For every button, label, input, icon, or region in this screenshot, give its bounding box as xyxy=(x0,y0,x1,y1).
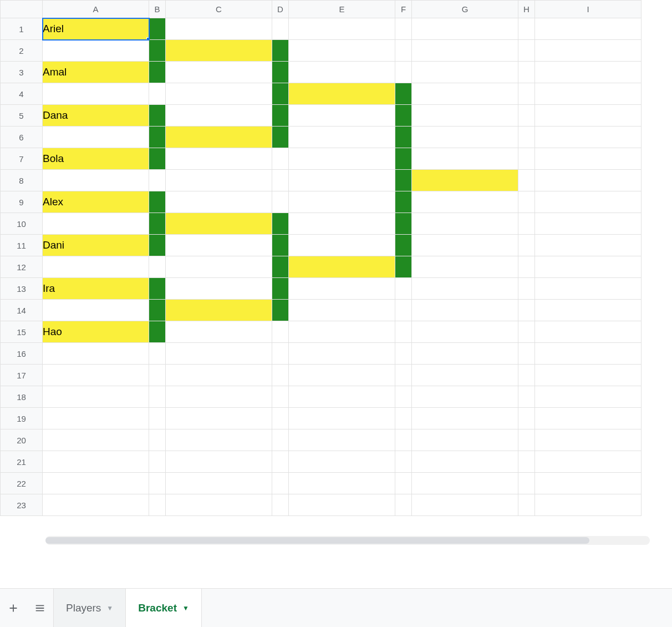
cell-C4[interactable] xyxy=(166,83,272,105)
cell-D13[interactable] xyxy=(272,278,289,300)
cell-E17[interactable] xyxy=(289,365,395,386)
cell-C11[interactable] xyxy=(166,235,272,256)
cell-H21[interactable] xyxy=(518,451,535,473)
cell-D10[interactable] xyxy=(272,213,289,235)
cell-I14[interactable] xyxy=(535,300,642,321)
cell-C2[interactable] xyxy=(166,40,272,62)
cell-C7[interactable] xyxy=(166,148,272,170)
cell-I3[interactable] xyxy=(535,62,642,83)
cell-E16[interactable] xyxy=(289,343,395,365)
row-header-9[interactable]: 9 xyxy=(1,191,43,213)
cell-A23[interactable] xyxy=(43,494,149,516)
cell-G2[interactable] xyxy=(412,40,518,62)
cell-B9[interactable] xyxy=(149,191,166,213)
cell-D9[interactable] xyxy=(272,191,289,213)
cell-B2[interactable] xyxy=(149,40,166,62)
cell-B16[interactable] xyxy=(149,343,166,365)
cell-D4[interactable] xyxy=(272,83,289,105)
cell-A21[interactable] xyxy=(43,451,149,473)
column-header-A[interactable]: A xyxy=(43,1,149,18)
cell-H11[interactable] xyxy=(518,235,535,256)
cell-E19[interactable] xyxy=(289,408,395,429)
row-header-12[interactable]: 12 xyxy=(1,256,43,278)
cell-H16[interactable] xyxy=(518,343,535,365)
cell-C8[interactable] xyxy=(166,170,272,191)
cell-A9[interactable]: Alex xyxy=(43,191,149,213)
cell-G9[interactable] xyxy=(412,191,518,213)
cell-A14[interactable] xyxy=(43,300,149,321)
cell-G23[interactable] xyxy=(412,494,518,516)
cell-F19[interactable] xyxy=(395,408,412,429)
row-header-3[interactable]: 3 xyxy=(1,62,43,83)
cell-F21[interactable] xyxy=(395,451,412,473)
cell-A15[interactable]: Hao xyxy=(43,321,149,343)
cell-H22[interactable] xyxy=(518,473,535,494)
cell-F2[interactable] xyxy=(395,40,412,62)
cell-C18[interactable] xyxy=(166,386,272,408)
cell-E12[interactable] xyxy=(289,256,395,278)
row-header-2[interactable]: 2 xyxy=(1,40,43,62)
cell-I11[interactable] xyxy=(535,235,642,256)
row-header-4[interactable]: 4 xyxy=(1,83,43,105)
cell-E20[interactable] xyxy=(289,429,395,451)
cell-C14[interactable] xyxy=(166,300,272,321)
cell-H12[interactable] xyxy=(518,256,535,278)
cell-E10[interactable] xyxy=(289,213,395,235)
cell-D19[interactable] xyxy=(272,408,289,429)
cell-H7[interactable] xyxy=(518,148,535,170)
cell-B17[interactable] xyxy=(149,365,166,386)
row-header-22[interactable]: 22 xyxy=(1,473,43,494)
cell-A12[interactable] xyxy=(43,256,149,278)
cell-E18[interactable] xyxy=(289,386,395,408)
cell-H14[interactable] xyxy=(518,300,535,321)
cell-I12[interactable] xyxy=(535,256,642,278)
cell-E3[interactable] xyxy=(289,62,395,83)
cell-G16[interactable] xyxy=(412,343,518,365)
cell-C21[interactable] xyxy=(166,451,272,473)
cell-H15[interactable] xyxy=(518,321,535,343)
cell-F1[interactable] xyxy=(395,18,412,40)
cell-C17[interactable] xyxy=(166,365,272,386)
spreadsheet-grid[interactable]: ABCDEFGHI 1Ariel23Amal45Dana67Bola89Alex… xyxy=(0,0,642,516)
cell-B6[interactable] xyxy=(149,127,166,148)
cell-E14[interactable] xyxy=(289,300,395,321)
cell-H10[interactable] xyxy=(518,213,535,235)
cell-G3[interactable] xyxy=(412,62,518,83)
cell-G12[interactable] xyxy=(412,256,518,278)
cell-A8[interactable] xyxy=(43,170,149,191)
cell-A13[interactable]: Ira xyxy=(43,278,149,300)
cell-B12[interactable] xyxy=(149,256,166,278)
cell-C3[interactable] xyxy=(166,62,272,83)
cell-B7[interactable] xyxy=(149,148,166,170)
cell-G18[interactable] xyxy=(412,386,518,408)
row-header-13[interactable]: 13 xyxy=(1,278,43,300)
cell-I10[interactable] xyxy=(535,213,642,235)
cell-F22[interactable] xyxy=(395,473,412,494)
cell-G13[interactable] xyxy=(412,278,518,300)
cell-G1[interactable] xyxy=(412,18,518,40)
cell-A18[interactable] xyxy=(43,386,149,408)
cell-I23[interactable] xyxy=(535,494,642,516)
cell-C10[interactable] xyxy=(166,213,272,235)
cell-B22[interactable] xyxy=(149,473,166,494)
cell-I13[interactable] xyxy=(535,278,642,300)
cell-F13[interactable] xyxy=(395,278,412,300)
column-header-E[interactable]: E xyxy=(289,1,395,18)
column-header-B[interactable]: B xyxy=(149,1,166,18)
cell-F5[interactable] xyxy=(395,105,412,127)
cell-B10[interactable] xyxy=(149,213,166,235)
cell-C23[interactable] xyxy=(166,494,272,516)
cell-A19[interactable] xyxy=(43,408,149,429)
row-header-6[interactable]: 6 xyxy=(1,127,43,148)
cell-E11[interactable] xyxy=(289,235,395,256)
cell-C16[interactable] xyxy=(166,343,272,365)
cell-F18[interactable] xyxy=(395,386,412,408)
row-header-5[interactable]: 5 xyxy=(1,105,43,127)
row-header-21[interactable]: 21 xyxy=(1,451,43,473)
row-header-11[interactable]: 11 xyxy=(1,235,43,256)
cell-C13[interactable] xyxy=(166,278,272,300)
cell-H5[interactable] xyxy=(518,105,535,127)
cell-F10[interactable] xyxy=(395,213,412,235)
cell-F8[interactable] xyxy=(395,170,412,191)
cell-F16[interactable] xyxy=(395,343,412,365)
